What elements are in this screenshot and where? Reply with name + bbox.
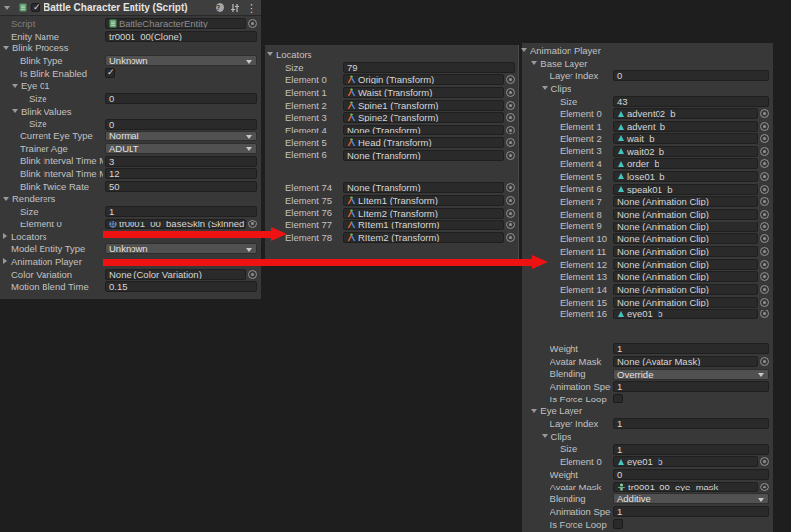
- checkbox[interactable]: [613, 519, 623, 529]
- text-field[interactable]: 1: [613, 343, 769, 354]
- object-field[interactable]: RItem2 (Transform): [343, 232, 504, 243]
- object-field[interactable]: Head (Transform): [343, 137, 504, 148]
- text-field[interactable]: 0: [613, 469, 769, 480]
- object-field[interactable]: Origin (Transform): [343, 74, 504, 85]
- object-picker-icon[interactable]: [506, 88, 515, 97]
- foldout-triangle-icon[interactable]: [531, 409, 537, 413]
- object-field[interactable]: None (Animation Clip): [613, 271, 758, 282]
- foldout-triangle-icon[interactable]: [542, 86, 548, 90]
- object-field[interactable]: eye01_b: [613, 309, 758, 319]
- object-field[interactable]: None (Animation Clip): [613, 246, 758, 257]
- object-field[interactable]: None (Transform): [343, 182, 504, 193]
- help-icon[interactable]: ?: [216, 3, 224, 12]
- text-field[interactable]: 0.15: [105, 281, 257, 292]
- object-field[interactable]: None (Animation Clip): [613, 209, 758, 220]
- text-field[interactable]: 0: [613, 70, 769, 81]
- text-field[interactable]: 1: [105, 206, 257, 217]
- object-field[interactable]: RItem1 (Transform): [343, 220, 504, 230]
- object-picker-icon[interactable]: [760, 298, 769, 307]
- object-picker-icon[interactable]: [760, 260, 769, 269]
- kebab-menu-icon[interactable]: ⋮: [246, 3, 257, 13]
- component-header[interactable]: Battle Character Entity (Script) ? ⋮: [0, 0, 261, 16]
- object-picker-icon[interactable]: [760, 159, 769, 168]
- object-picker-icon[interactable]: [760, 185, 769, 194]
- text-field[interactable]: 1: [613, 506, 769, 517]
- object-field[interactable]: Spine1 (Transform): [343, 100, 504, 111]
- checkbox[interactable]: [105, 68, 115, 78]
- object-field[interactable]: None (Animation Clip): [613, 196, 758, 207]
- dropdown[interactable]: Override: [613, 369, 769, 380]
- object-field[interactable]: None (Avatar Mask): [613, 356, 758, 367]
- object-field[interactable]: eye01_b: [613, 456, 758, 467]
- object-picker-icon[interactable]: [760, 357, 769, 366]
- dropdown[interactable]: Unknown: [105, 55, 257, 66]
- text-field[interactable]: 12: [105, 168, 257, 179]
- object-field[interactable]: tr0001_00_eye_mask: [613, 482, 758, 492]
- checkbox[interactable]: [613, 394, 623, 403]
- text-field[interactable]: 0: [105, 119, 257, 130]
- object-picker-icon[interactable]: [760, 147, 769, 156]
- object-field[interactable]: speak01_b: [613, 184, 758, 195]
- object-picker-icon[interactable]: [506, 126, 515, 134]
- object-field[interactable]: LItem1 (Transform): [343, 195, 504, 206]
- object-field[interactable]: tr0001_00_baseSkin (Skinned Mesh: [105, 219, 246, 229]
- object-picker-icon[interactable]: [760, 310, 769, 318]
- object-field[interactable]: None (Animation Clip): [613, 259, 758, 270]
- foldout-triangle-icon[interactable]: [3, 197, 9, 201]
- object-picker-icon[interactable]: [506, 209, 515, 218]
- object-picker-icon[interactable]: [506, 101, 515, 110]
- object-picker-icon[interactable]: [760, 134, 769, 143]
- object-picker-icon[interactable]: [506, 233, 515, 242]
- foldout-triangle-icon[interactable]: [521, 48, 527, 52]
- foldout-triangle-icon[interactable]: [531, 61, 537, 65]
- dropdown[interactable]: Normal: [105, 131, 257, 141]
- object-field[interactable]: Waist (Transform): [343, 87, 504, 98]
- object-picker-icon[interactable]: [506, 75, 515, 84]
- object-picker-icon[interactable]: [760, 109, 769, 118]
- foldout-triangle-icon[interactable]: [3, 233, 7, 239]
- object-picker-icon[interactable]: [506, 138, 515, 147]
- object-picker-icon[interactable]: [760, 210, 769, 219]
- object-field[interactable]: None (Transform): [343, 150, 504, 161]
- object-picker-icon[interactable]: [760, 197, 769, 206]
- text-field[interactable]: 0: [105, 93, 257, 104]
- text-field[interactable]: 43: [613, 96, 769, 107]
- object-field[interactable]: advent_b: [613, 121, 758, 132]
- object-field[interactable]: wait02_b: [613, 146, 758, 157]
- text-field[interactable]: 1: [613, 381, 769, 392]
- object-picker-icon[interactable]: [506, 151, 515, 160]
- object-field[interactable]: lose01_b: [613, 171, 758, 182]
- object-field[interactable]: None (Animation Clip): [613, 284, 758, 295]
- text-field[interactable]: 3: [105, 156, 257, 167]
- preset-icon[interactable]: [230, 3, 240, 13]
- object-picker-icon[interactable]: [760, 247, 769, 256]
- foldout-triangle-icon[interactable]: [12, 84, 18, 88]
- text-field[interactable]: tr0001_00(Clone): [105, 31, 257, 42]
- object-field[interactable]: None (Animation Clip): [613, 233, 758, 244]
- object-field[interactable]: BattleCharacterEntity: [105, 18, 246, 29]
- object-picker-icon[interactable]: [248, 19, 257, 28]
- foldout-triangle-icon[interactable]: [12, 109, 18, 113]
- text-field[interactable]: 1: [613, 444, 769, 455]
- object-field[interactable]: Spine2 (Transform): [343, 112, 504, 123]
- foldout-triangle-icon[interactable]: [4, 6, 10, 10]
- object-picker-icon[interactable]: [760, 172, 769, 181]
- object-field[interactable]: None (Animation Clip): [613, 297, 758, 308]
- object-field[interactable]: None (Color Variation): [105, 269, 246, 280]
- object-picker-icon[interactable]: [760, 234, 769, 243]
- object-picker-icon[interactable]: [760, 222, 769, 231]
- dropdown[interactable]: Unknown: [105, 243, 257, 254]
- text-field[interactable]: 79: [343, 62, 515, 73]
- object-field[interactable]: None (Animation Clip): [613, 222, 758, 232]
- object-picker-icon[interactable]: [506, 183, 515, 192]
- object-field[interactable]: advent02_b: [613, 108, 758, 119]
- object-picker-icon[interactable]: [760, 272, 769, 281]
- dropdown[interactable]: ADULT: [105, 143, 257, 154]
- component-enabled-checkbox[interactable]: [31, 3, 40, 12]
- object-picker-icon[interactable]: [506, 221, 515, 229]
- dropdown[interactable]: Additive: [613, 493, 769, 504]
- object-picker-icon[interactable]: [248, 270, 257, 279]
- foldout-triangle-icon[interactable]: [3, 258, 7, 264]
- foldout-triangle-icon[interactable]: [3, 46, 9, 50]
- object-field[interactable]: order_b: [613, 158, 758, 169]
